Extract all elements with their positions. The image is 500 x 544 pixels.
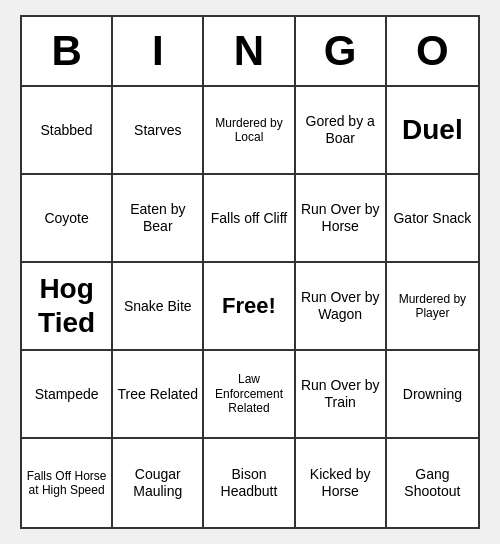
bingo-cell-17: Law Enforcement Related bbox=[204, 351, 295, 439]
bingo-cell-19: Drowning bbox=[387, 351, 478, 439]
bingo-cell-8: Run Over by Horse bbox=[296, 175, 387, 263]
bingo-cell-0: Stabbed bbox=[22, 87, 113, 175]
bingo-card: BINGO StabbedStarvesMurdered by LocalGor… bbox=[20, 15, 480, 529]
bingo-cell-6: Eaten by Bear bbox=[113, 175, 204, 263]
bingo-cell-15: Stampede bbox=[22, 351, 113, 439]
header-letter-G: G bbox=[296, 17, 387, 85]
header-letter-O: O bbox=[387, 17, 478, 85]
bingo-cell-24: Gang Shootout bbox=[387, 439, 478, 527]
bingo-cell-11: Snake Bite bbox=[113, 263, 204, 351]
bingo-cell-12: Free! bbox=[204, 263, 295, 351]
bingo-cell-22: Bison Headbutt bbox=[204, 439, 295, 527]
bingo-header: BINGO bbox=[22, 17, 478, 87]
bingo-cell-1: Starves bbox=[113, 87, 204, 175]
bingo-cell-10: Hog Tied bbox=[22, 263, 113, 351]
bingo-cell-16: Tree Related bbox=[113, 351, 204, 439]
bingo-cell-3: Gored by a Boar bbox=[296, 87, 387, 175]
bingo-grid: StabbedStarvesMurdered by LocalGored by … bbox=[22, 87, 478, 527]
bingo-cell-23: Kicked by Horse bbox=[296, 439, 387, 527]
bingo-cell-2: Murdered by Local bbox=[204, 87, 295, 175]
bingo-cell-14: Murdered by Player bbox=[387, 263, 478, 351]
bingo-cell-20: Falls Off Horse at High Speed bbox=[22, 439, 113, 527]
header-letter-I: I bbox=[113, 17, 204, 85]
bingo-cell-7: Falls off Cliff bbox=[204, 175, 295, 263]
bingo-cell-21: Cougar Mauling bbox=[113, 439, 204, 527]
bingo-cell-9: Gator Snack bbox=[387, 175, 478, 263]
bingo-cell-4: Duel bbox=[387, 87, 478, 175]
bingo-cell-13: Run Over by Wagon bbox=[296, 263, 387, 351]
header-letter-B: B bbox=[22, 17, 113, 85]
header-letter-N: N bbox=[204, 17, 295, 85]
bingo-cell-5: Coyote bbox=[22, 175, 113, 263]
bingo-cell-18: Run Over by Train bbox=[296, 351, 387, 439]
